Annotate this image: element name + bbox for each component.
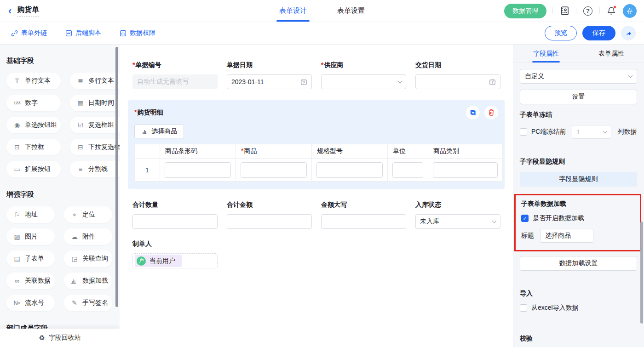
contact-book-icon[interactable] (559, 6, 570, 17)
freeze-count-select[interactable]: 1 (572, 125, 611, 139)
calendar-icon (300, 79, 307, 85)
sidebar-item-single-text[interactable]: T单行文本 (6, 73, 61, 89)
amount-words-input[interactable] (321, 214, 406, 229)
col-barcode[interactable]: 商品条形码 (160, 144, 236, 159)
tab-form-design[interactable]: 表单设计 (279, 0, 307, 22)
radio-icon: ◉ (13, 121, 21, 129)
sidebar-item-divider[interactable]: ≡分割线 (70, 161, 120, 177)
sidebar-item-number[interactable]: 123数字 (6, 95, 61, 111)
link-icon (11, 30, 18, 37)
share-arrow-icon (625, 30, 632, 37)
category-cell-input[interactable] (433, 162, 498, 178)
delete-field-button[interactable] (484, 106, 498, 119)
delivery-date-input[interactable] (415, 74, 500, 89)
col-spec[interactable]: 规格型号 (312, 144, 388, 159)
field-total-amount[interactable]: 合计金额 (227, 201, 312, 229)
barcode-cell-input[interactable] (165, 162, 231, 178)
sidebar-item-datetime[interactable]: ▦日期时间 (70, 95, 120, 111)
help-icon[interactable]: ? (582, 6, 593, 17)
data-manage-button[interactable]: 数据管理 (504, 4, 546, 18)
field-order-number[interactable]: 单据编号 自动生成无需填写 (132, 61, 218, 89)
sidebar-item-image[interactable]: ▨图片 (6, 228, 55, 245)
order-number-input: 自动生成无需填写 (132, 74, 218, 89)
sidebar-scrollbar[interactable] (115, 47, 118, 307)
serial-number-icon: № (13, 299, 21, 307)
field-creator[interactable]: 制单人 户 当前用户 (132, 240, 218, 268)
excel-import-checkbox[interactable] (520, 304, 527, 312)
header-tabs: 表单设计 表单设置 (279, 0, 365, 22)
total-quantity-input[interactable] (132, 214, 218, 229)
copy-field-button[interactable]: ⧉ (466, 106, 480, 119)
subform-purchase-detail[interactable]: 购货明细 ⧉ 选择商品 (128, 100, 505, 189)
tab-form-properties[interactable]: 表单属性 (579, 45, 644, 63)
sidebar-item-related-data[interactable]: ∞关联数据 (6, 273, 55, 289)
title-field-label: 标题 (521, 232, 534, 240)
data-load-settings-button[interactable]: 数据加载设置 (520, 256, 637, 271)
freeze-checkbox[interactable] (520, 128, 527, 136)
field-type-select[interactable]: 自定义 (520, 69, 637, 84)
field-supplier[interactable]: 供应商 (321, 61, 406, 89)
sidebar-item-extend-button[interactable]: ▭扩展按钮 (6, 161, 61, 177)
bar-chart-icon (70, 278, 79, 284)
settings-button[interactable]: 设置 (520, 90, 637, 104)
product-cell-input[interactable] (241, 162, 307, 178)
field-label: 入库状态 (415, 201, 500, 209)
field-label: 单据编号 (132, 61, 218, 69)
total-amount-input[interactable] (227, 214, 312, 229)
preview-button[interactable]: 预览 (545, 26, 577, 40)
col-product[interactable]: 商品 (236, 144, 312, 159)
sidebar-item-location[interactable]: ⌖定位 (64, 206, 112, 223)
col-unit[interactable]: 单位 (388, 144, 428, 159)
tab-field-properties[interactable]: 字段属性 (513, 45, 579, 63)
field-visibility-rules-button[interactable]: 字段显隐规则 (520, 172, 637, 187)
calendar-icon: ▦ (76, 99, 85, 107)
field-recycle-bin-button[interactable]: ♻ 字段回收站 (0, 329, 120, 347)
address-pin-icon: ⚐ (13, 211, 21, 218)
data-permission-button[interactable]: 数据权限 (120, 29, 155, 37)
supplier-select[interactable] (321, 74, 406, 89)
section-title-basic-fields: 基础字段 (6, 57, 112, 65)
field-label: 制单人 (132, 240, 218, 248)
sidebar-item-signature[interactable]: ✎手写签名 (64, 295, 112, 311)
chevron-down-icon (398, 79, 402, 84)
sidebar-item-address[interactable]: ⚐地址 (6, 206, 55, 223)
sidebar-item-select[interactable]: ⊡下拉框 (6, 139, 61, 155)
stock-status-select[interactable]: 未入库 (415, 214, 500, 229)
trash-icon (488, 109, 495, 116)
select-product-button[interactable]: 选择商品 (134, 125, 184, 138)
save-button[interactable]: 保存 (582, 26, 615, 40)
sidebar-item-subform[interactable]: ▤子表单 (6, 250, 55, 267)
unit-cell-input[interactable] (392, 162, 423, 178)
panel-scrollbar[interactable] (640, 222, 643, 324)
sidebar-item-checkbox-group[interactable]: ☑复选框组 (70, 117, 120, 133)
field-order-date[interactable]: 单据日期 2023-01-11 (227, 61, 312, 89)
form-external-link-button[interactable]: 表单外链 (11, 29, 47, 37)
spec-cell-input[interactable] (316, 162, 383, 178)
field-delivery-date[interactable]: 交货日期 (415, 61, 500, 89)
cloud-upload-icon: ☁ (70, 233, 79, 240)
creator-box[interactable]: 户 当前用户 (132, 253, 218, 268)
sidebar-item-multi-text[interactable]: ≣多行文本 (70, 73, 120, 89)
dropdown-icon: ⊡ (13, 143, 21, 151)
sidebar-item-serial-number[interactable]: №流水号 (6, 295, 55, 311)
sidebar-item-lookup[interactable]: ◲关联查询 (64, 250, 112, 267)
sidebar-item-multi-select[interactable]: ⊟下拉复选框 (70, 139, 120, 155)
sidebar-item-data-load[interactable]: 数据加载 (64, 273, 112, 289)
back-icon[interactable]: ‹ (8, 6, 12, 16)
sidebar-item-radio-group[interactable]: ◉单选按钮组 (6, 117, 61, 133)
notification-bell-icon[interactable] (606, 6, 617, 17)
data-load-title-input[interactable]: 选择商品 (540, 229, 593, 243)
field-stock-status[interactable]: 入库状态 未入库 (415, 201, 500, 229)
order-date-input[interactable]: 2023-01-11 (227, 74, 312, 89)
user-avatar[interactable]: 存 (623, 4, 637, 18)
field-total-quantity[interactable]: 合计数量 (132, 201, 218, 229)
enable-data-load-checkbox[interactable]: ✓ (521, 215, 529, 222)
divider (599, 7, 600, 14)
sidebar-item-attachment[interactable]: ☁附件 (64, 228, 112, 245)
col-category[interactable]: 商品类别 (428, 144, 503, 159)
share-button[interactable] (621, 26, 636, 40)
current-user-tag[interactable]: 户 当前用户 (135, 255, 182, 267)
tab-form-settings[interactable]: 表单设置 (337, 0, 365, 22)
backend-script-button[interactable]: 后端脚本 (65, 29, 101, 37)
field-amount-words[interactable]: 金额大写 (321, 201, 406, 229)
